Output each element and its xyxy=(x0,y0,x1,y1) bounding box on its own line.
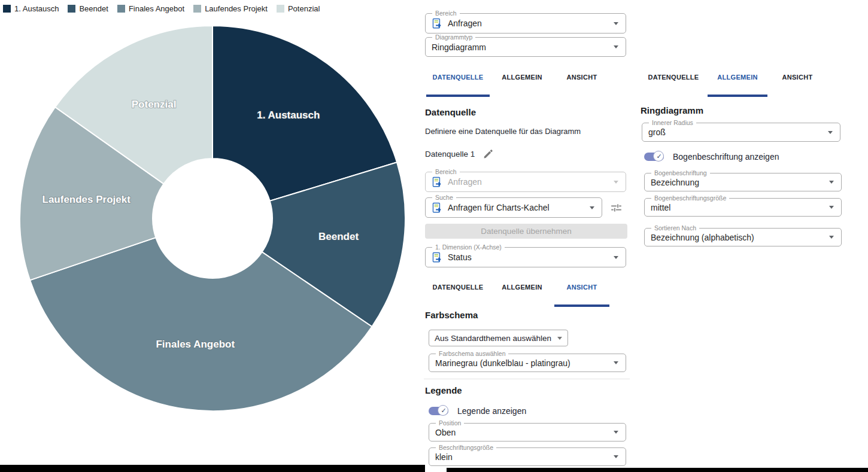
sortieren-nach-select[interactable]: Sortieren Nach Bezeichnung (alphabetisch… xyxy=(644,228,842,246)
field-label: Diagrammtyp xyxy=(432,34,475,41)
slice-label: Potenzial xyxy=(132,99,177,110)
farbschema-select[interactable]: Farbschema auswählen Marinegrau (dunkelb… xyxy=(429,354,626,372)
legend-swatch xyxy=(68,5,75,13)
donut-chart: 1. AustauschBeendetFinales AngebotLaufen… xyxy=(18,24,407,413)
field-label: Position xyxy=(436,419,464,427)
slice-label: 1. Austausch xyxy=(257,109,320,121)
section-heading-datenquelle: Datenquelle xyxy=(425,107,476,117)
tab-allgemein[interactable]: ALLGEMEIN xyxy=(491,282,553,309)
field-value: Anfragen für Charts-Kachel xyxy=(448,203,550,212)
legend-label: 1. Austausch xyxy=(14,4,59,13)
field-label: Innerer Radius xyxy=(649,119,696,126)
datenquelle-uebernehmen-button[interactable]: Datenquelle übernehmen xyxy=(425,224,627,239)
legend-item[interactable]: 1. Austausch xyxy=(3,4,59,13)
field-value: Bezeichnung (alphabetisch) xyxy=(651,233,754,242)
chart-legend: 1. Austausch Beendet Finales Angebot Lau… xyxy=(3,4,320,13)
legende-anzeigen-toggle[interactable] xyxy=(429,405,450,417)
select-value: Aus Standardthemen auswählen xyxy=(435,334,551,343)
legend-swatch xyxy=(277,5,284,13)
field-label: Bogenbeschriftungsgröße xyxy=(651,194,729,202)
chevron-down-icon xyxy=(829,236,834,239)
legend-label: Laufendes Projekt xyxy=(205,4,268,13)
chevron-down-icon xyxy=(828,131,833,134)
legend-label: Finales Angebot xyxy=(129,4,184,13)
slice-label: Finales Angebot xyxy=(156,339,235,350)
suche-select[interactable]: Suche Anfragen für Charts-Kachel xyxy=(425,197,602,218)
field-value: mittel xyxy=(651,203,670,212)
field-value: Marinegrau (dunkelblau - platingrau) xyxy=(435,358,570,368)
field-label: Farbschema auswählen xyxy=(436,350,508,357)
legend-item[interactable]: Potenzial xyxy=(277,4,320,13)
bottom-bar xyxy=(0,465,425,472)
legend-label-size-select[interactable]: Beschriftungsgröße klein xyxy=(429,447,626,466)
toggle-label: Legende anzeigen xyxy=(457,406,526,416)
chevron-down-icon xyxy=(614,181,618,184)
field-value: Anfragen xyxy=(448,19,482,28)
tab-group-general: DATENQUELLE ALLGEMEIN ANSICHT xyxy=(641,72,832,99)
tab-ansicht[interactable]: ANSICHT xyxy=(769,72,826,99)
bottom-bar xyxy=(447,468,868,472)
chevron-down-icon xyxy=(614,361,618,364)
chevron-down-icon xyxy=(829,206,834,209)
legend-position-select[interactable]: Position Oben xyxy=(429,423,626,441)
toggle-label: Bogenbeschriftung anzeigen xyxy=(673,152,779,162)
field-label: 1. Dimension (X-Achse) xyxy=(432,243,505,251)
chart-settings-panel: Bereich Anfragen Diagrammtyp Ringdiagram… xyxy=(425,0,627,472)
bogenbeschriftung-anzeigen-toggle[interactable] xyxy=(644,151,665,163)
tab-datenquelle[interactable]: DATENQUELLE xyxy=(425,282,491,309)
tab-datenquelle[interactable]: DATENQUELLE xyxy=(641,72,706,99)
section-heading-legende: Legende xyxy=(425,385,462,395)
anfragen-entity-icon xyxy=(432,252,443,263)
legend-toggle-row: Legende anzeigen xyxy=(429,405,526,417)
dimension-select[interactable]: 1. Dimension (X-Achse) Status xyxy=(425,247,626,267)
tab-ansicht[interactable]: ANSICHT xyxy=(553,282,611,309)
tab-allgemein[interactable]: ALLGEMEIN xyxy=(491,72,553,99)
chevron-down-icon xyxy=(590,206,594,209)
field-value: Status xyxy=(448,252,472,262)
tab-datenquelle[interactable]: DATENQUELLE xyxy=(425,72,491,99)
field-label: Suche xyxy=(432,194,456,201)
datasource-name: Datenquelle 1 xyxy=(425,150,475,159)
chevron-down-icon xyxy=(829,181,834,184)
chevron-down-icon xyxy=(557,337,562,340)
chevron-down-icon xyxy=(614,455,618,458)
diagrammtyp-select[interactable]: Diagrammtyp Ringdiagramm xyxy=(425,37,626,57)
slice-label: Beendet xyxy=(318,231,359,242)
legend-label: Beendet xyxy=(79,4,108,13)
datasource-name-row: Datenquelle 1 xyxy=(425,148,494,160)
chevron-down-icon xyxy=(614,45,618,48)
legend-swatch xyxy=(117,5,125,13)
legend-item[interactable]: Beendet xyxy=(68,4,108,13)
tab-group-view: DATENQUELLE ALLGEMEIN ANSICHT xyxy=(425,282,617,309)
theme-source-select[interactable]: Aus Standardthemen auswählen xyxy=(429,330,568,346)
bogenbeschriftung-select[interactable]: Bogenbeschriftung Bezeichnung xyxy=(644,173,842,191)
toggle-check-icon xyxy=(653,151,664,162)
bereich-select[interactable]: Bereich Anfragen xyxy=(425,13,626,34)
anfragen-entity-icon xyxy=(432,202,443,214)
chevron-down-icon xyxy=(614,22,618,25)
legend-swatch xyxy=(3,5,11,13)
innerer-radius-select[interactable]: Innerer Radius groß xyxy=(642,123,840,142)
bogenbeschriftungsgroesse-select[interactable]: Bogenbeschriftungsgröße mittel xyxy=(644,198,842,217)
section-divider xyxy=(424,379,630,379)
datasource-description: Definiere eine Datenquelle für das Diagr… xyxy=(425,127,581,136)
tune-sliders-icon[interactable] xyxy=(609,200,624,215)
field-value: Bezeichnung xyxy=(651,178,699,187)
legend-item[interactable]: Laufendes Projekt xyxy=(193,4,268,13)
section-heading-farbschema: Farbschema xyxy=(425,310,478,320)
field-label: Beschriftungsgröße xyxy=(436,444,496,451)
bereich-select-disabled[interactable]: Bereich Anfragen xyxy=(425,172,626,192)
pencil-icon[interactable] xyxy=(482,148,494,160)
field-label: Bereich xyxy=(432,10,460,17)
anfragen-entity-icon xyxy=(432,176,443,188)
tab-allgemein[interactable]: ALLGEMEIN xyxy=(706,72,769,99)
field-value: Anfragen xyxy=(448,177,482,187)
legend-item[interactable]: Finales Angebot xyxy=(117,4,184,13)
field-value: klein xyxy=(435,452,453,462)
ring-settings-panel: DATENQUELLE ALLGEMEIN ANSICHT Ringdiagra… xyxy=(641,0,842,299)
chevron-down-icon xyxy=(614,431,618,434)
tab-ansicht[interactable]: ANSICHT xyxy=(553,72,611,99)
section-heading-ringdiagramm: Ringdiagramm xyxy=(641,105,703,115)
arc-label-toggle-row: Bogenbeschriftung anzeigen xyxy=(644,151,779,163)
field-value: Oben xyxy=(435,428,456,437)
